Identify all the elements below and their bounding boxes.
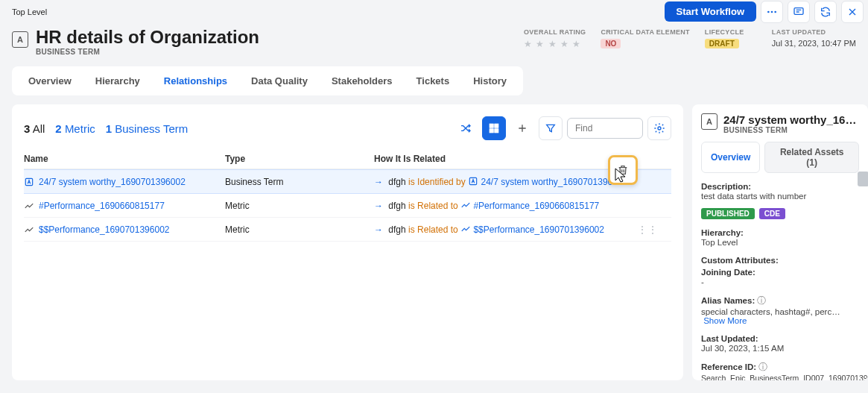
cde-badge: CDE xyxy=(759,208,785,219)
joining-date-value: - xyxy=(701,277,859,286)
close-button[interactable] xyxy=(841,1,864,23)
description-value: test data starts with number xyxy=(701,192,859,201)
find-input[interactable] xyxy=(567,118,643,139)
tab-stakeholders[interactable]: Stakeholders xyxy=(320,66,405,95)
metric-icon xyxy=(24,224,34,235)
metric-icon xyxy=(460,200,471,210)
main-tabs: Overview Hierarchy Relationships Data Qu… xyxy=(12,66,523,95)
add-button[interactable] xyxy=(510,116,534,140)
drag-handle-icon[interactable]: ⋮⋮ xyxy=(637,224,658,236)
svg-point-8 xyxy=(658,127,661,130)
svg-point-1 xyxy=(771,10,773,13)
tab-tickets[interactable]: Tickets xyxy=(405,66,462,95)
rating-stars[interactable]: ★ ★ ★ ★ ★ xyxy=(524,39,586,49)
last-updated-label: Last Updated: xyxy=(701,334,758,343)
table-row[interactable]: 24/7 system worthy_1690701396002 Busines… xyxy=(24,169,671,194)
comments-button[interactable] xyxy=(788,1,810,23)
reference-id-label: Reference ID: xyxy=(701,362,756,371)
settings-button[interactable] xyxy=(647,116,671,140)
tab-overview[interactable]: Overview xyxy=(16,66,83,95)
svg-rect-7 xyxy=(495,129,498,133)
businessterm-icon: A xyxy=(701,113,717,130)
tab-hierarchy[interactable]: Hierarchy xyxy=(83,66,152,95)
joining-date-label: Joining Date: xyxy=(701,268,859,277)
row-name-link[interactable]: #Performance_1690660815177 xyxy=(39,201,165,211)
description-label: Description: xyxy=(701,182,751,191)
table-row[interactable]: $$Performance_1690701396002 Metric → dfg… xyxy=(24,218,671,242)
hierarchy-value: Top Level xyxy=(701,238,859,247)
tab-data-quality[interactable]: Data Quality xyxy=(239,66,320,95)
metric-icon xyxy=(24,201,34,211)
details-panel: A 24/7 system worthy_16… BUSINESS TERM O… xyxy=(692,104,868,380)
lifecycle-badge: DRAFT xyxy=(705,39,739,48)
column-name[interactable]: Name xyxy=(24,154,225,164)
last-updated-label: LAST UPDATED xyxy=(772,28,856,36)
svg-rect-6 xyxy=(490,129,493,133)
svg-rect-3 xyxy=(794,7,803,14)
arrow-icon: → xyxy=(374,201,383,211)
row-name-link[interactable]: $$Performance_1690701396002 xyxy=(39,224,169,235)
businessterm-icon xyxy=(468,176,478,186)
breadcrumb[interactable]: Top Level xyxy=(12,7,47,16)
detail-subtype: BUSINESS TERM xyxy=(723,126,856,134)
table-row[interactable]: #Performance_1690660815177 Metric → dfgh… xyxy=(24,194,671,218)
start-workflow-button[interactable]: Start Workflow xyxy=(665,1,757,22)
alias-value: special characters, hashtag#, perc… xyxy=(701,307,840,316)
show-more-link[interactable]: Show More xyxy=(703,316,747,325)
cde-badge: NO xyxy=(601,39,621,48)
row-type: Business Term xyxy=(225,177,374,187)
reference-id-value: Search_Epic_BusinessTerm_ID007_169070139… xyxy=(701,374,859,380)
overall-rating-label: OVERALL RATING xyxy=(524,28,586,36)
shuffle-button[interactable] xyxy=(454,116,478,140)
column-related[interactable]: How It Is Related xyxy=(374,154,671,164)
refresh-button[interactable] xyxy=(814,1,837,23)
facet-businessterm[interactable]: 1 Business Term xyxy=(106,122,189,135)
lifecycle-label: LIFECYCLE xyxy=(705,28,757,36)
column-type[interactable]: Type xyxy=(225,154,374,164)
row-type: Metric xyxy=(225,201,374,211)
row-name-link[interactable]: 24/7 system worthy_1690701396002 xyxy=(39,177,186,187)
detail-tab-related[interactable]: Related Assets (1) xyxy=(764,142,859,173)
detail-tab-overview[interactable]: Overview xyxy=(701,142,760,173)
hierarchy-label: Hierarchy: xyxy=(701,228,744,237)
info-icon[interactable]: ⓘ xyxy=(757,296,766,305)
scrollbar[interactable] xyxy=(858,172,868,186)
last-updated-value: Jul 31, 2023, 10:47 PM xyxy=(772,39,856,48)
tab-relationships[interactable]: Relationships xyxy=(152,66,239,95)
last-updated-value: Jul 30, 2023, 1:15 AM xyxy=(701,344,859,353)
detail-title: 24/7 system worthy_16… xyxy=(723,113,856,126)
svg-point-2 xyxy=(774,10,776,13)
svg-point-0 xyxy=(767,10,770,13)
page-title: HR details of Organization xyxy=(36,27,259,48)
row-target-link[interactable]: 24/7 system worthy_1690701396002 xyxy=(481,177,627,187)
row-type: Metric xyxy=(225,224,374,235)
arrow-icon: → xyxy=(374,177,383,187)
arrow-icon: → xyxy=(374,224,383,235)
metric-icon xyxy=(460,224,471,234)
row-target-link[interactable]: $$Performance_1690701396002 xyxy=(473,224,604,235)
published-badge: PUBLISHED xyxy=(701,208,755,219)
facet-all[interactable]: 3 All xyxy=(24,122,45,135)
custom-attr-label: Custom Attributes: xyxy=(701,256,779,265)
filter-button[interactable] xyxy=(539,116,563,140)
svg-rect-4 xyxy=(490,124,493,128)
businessterm-icon xyxy=(24,177,34,187)
more-menu-button[interactable] xyxy=(761,1,783,23)
facet-metric[interactable]: 2 Metric xyxy=(55,122,95,135)
cde-label: CRITICAL DATA ELEMENT xyxy=(601,28,689,36)
relationships-panel: 3 All 2 Metric 1 Business Term Name Type… xyxy=(12,104,683,380)
info-icon[interactable]: ⓘ xyxy=(758,362,767,371)
page-subtype: BUSINESS TERM xyxy=(36,48,259,56)
svg-rect-5 xyxy=(495,124,498,128)
tab-history[interactable]: History xyxy=(461,66,519,95)
grid-view-button[interactable] xyxy=(482,116,506,140)
alias-label: Alias Names: xyxy=(701,296,755,305)
row-target-link[interactable]: #Performance_1690660815177 xyxy=(473,201,599,211)
businessterm-icon: A xyxy=(12,31,28,48)
